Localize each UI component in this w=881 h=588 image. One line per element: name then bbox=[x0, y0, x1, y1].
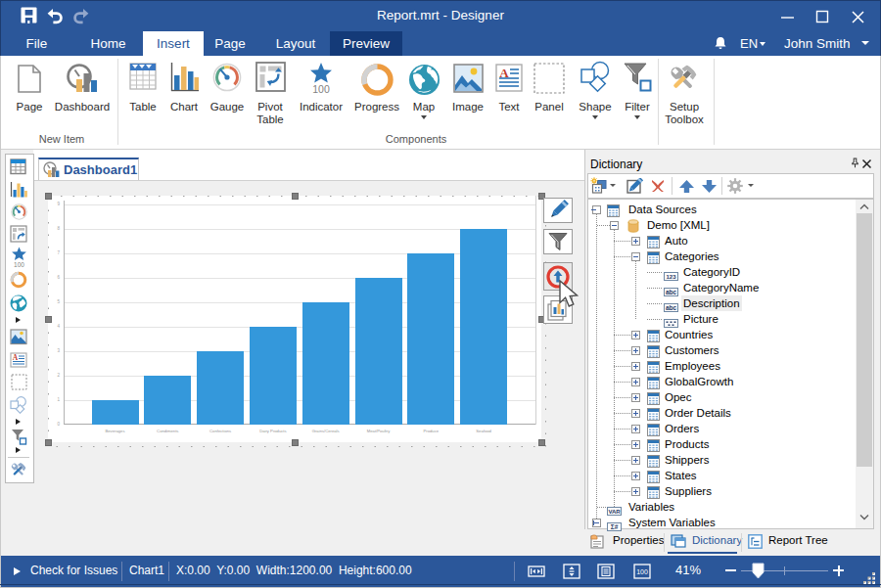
svg-text:Σ#: Σ# bbox=[611, 523, 619, 530]
svg-text:100: 100 bbox=[312, 83, 330, 95]
svg-text:A: A bbox=[13, 353, 19, 362]
svg-text:100: 100 bbox=[636, 568, 648, 575]
svg-text:abc: abc bbox=[666, 304, 677, 311]
svg-text:100: 100 bbox=[14, 261, 24, 268]
svg-text:123: 123 bbox=[666, 274, 676, 280]
svg-text:abc: abc bbox=[666, 289, 677, 295]
svg-text:VAR: VAR bbox=[608, 509, 621, 515]
